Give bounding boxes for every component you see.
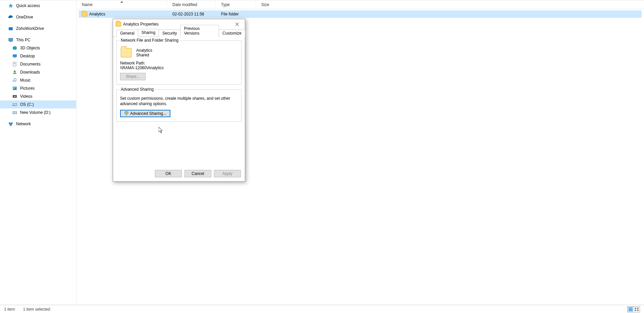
disk-icon [12, 110, 17, 115]
cloud-icon [8, 14, 13, 20]
svg-rect-18 [9, 122, 10, 124]
sidebar-item-desktop[interactable]: Desktop [0, 52, 76, 60]
column-size[interactable]: Size [256, 0, 283, 9]
status-count: 1 item [4, 307, 15, 312]
svg-rect-26 [635, 310, 636, 311]
sidebar-item-thispc[interactable]: This PC [0, 36, 76, 44]
folder-icon [116, 22, 121, 27]
ok-button[interactable]: OK [155, 170, 182, 177]
column-label: Date modified [172, 2, 197, 7]
tab-label: Security [162, 31, 177, 36]
sidebar-item-music[interactable]: Music [0, 76, 76, 84]
tab-body: Network File and Folder Sharing Analytic… [113, 37, 245, 167]
sidebar-item-3dobjects[interactable]: 3D Objects [0, 44, 76, 52]
column-date-modified[interactable]: Date modified [167, 0, 216, 9]
svg-rect-6 [14, 57, 15, 58]
column-headers: Name Date modified Type Size [76, 0, 644, 9]
group-legend: Network File and Folder Sharing [119, 38, 180, 43]
svg-rect-27 [637, 310, 639, 311]
downloads-icon [12, 70, 17, 75]
group-legend: Advanced Sharing [119, 87, 155, 92]
svg-rect-19 [11, 122, 13, 124]
svg-rect-16 [13, 105, 14, 105]
file-explorer: Quick access OneDrive ZohoWorkDrive This… [0, 0, 644, 313]
share-status: Shared [136, 53, 152, 57]
explorer-main: Quick access OneDrive ZohoWorkDrive This… [0, 0, 644, 305]
network-path-label: Network Path: [120, 61, 238, 65]
status-bar: 1 item 1 item selected [0, 305, 644, 313]
tab-label: Previous Versions [184, 26, 200, 36]
button-label: OK [165, 171, 171, 176]
quick-access-icon [8, 3, 13, 8]
file-row[interactable]: Analytics 02-02-2023 11:56 File folder [79, 10, 642, 18]
sidebar-item-label: Music [20, 78, 31, 83]
documents-icon [12, 61, 17, 67]
svg-rect-5 [13, 54, 17, 57]
share-button[interactable]: Share... [120, 73, 146, 80]
file-type: File folder [221, 12, 239, 16]
group-advanced-sharing: Advanced Sharing Set custom permissions,… [116, 89, 241, 122]
drive-icon [8, 26, 13, 31]
apply-button[interactable]: Apply [214, 170, 241, 177]
tab-security[interactable]: Security [159, 30, 180, 37]
dialog-title: Analytics Properties [123, 22, 159, 27]
tab-previous-versions[interactable]: Previous Versions [180, 25, 219, 37]
button-label: Cancel [192, 171, 204, 176]
sidebar-item-pictures[interactable]: Pictures [0, 84, 76, 92]
button-label: Advanced Sharing... [130, 111, 166, 116]
share-folder-name: Analytics [136, 48, 152, 53]
tab-label: Customize [222, 31, 241, 36]
3d-icon [12, 45, 17, 51]
column-label: Type [221, 2, 230, 7]
sidebar-item-downloads[interactable]: Downloads [0, 68, 76, 76]
dialog-button-row: OK Cancel Apply [113, 167, 245, 181]
status-selected: 1 item selected [23, 307, 50, 312]
dialog-title-bar[interactable]: Analytics Properties [113, 19, 245, 29]
sidebar-item-newvol[interactable]: New Volume (D:) [0, 108, 76, 117]
tab-customize[interactable]: Customize [219, 30, 245, 37]
sidebar-item-network[interactable]: Network [0, 120, 76, 128]
svg-rect-23 [629, 310, 633, 311]
column-type[interactable]: Type [216, 0, 256, 9]
sidebar-item-label: This PC [16, 38, 31, 42]
sidebar-item-label: Pictures [20, 86, 35, 91]
folder-icon [82, 12, 87, 16]
advanced-sharing-button[interactable]: Advanced Sharing... [120, 110, 170, 117]
svg-rect-8 [14, 63, 15, 63]
sidebar-item-documents[interactable]: Documents [0, 60, 76, 68]
column-name[interactable]: Name [76, 0, 167, 9]
desktop-icon [12, 53, 17, 59]
close-button[interactable] [229, 19, 245, 29]
music-icon [12, 78, 17, 83]
sidebar-item-osc[interactable]: OS (C:) [0, 100, 76, 108]
svg-rect-9 [14, 64, 15, 64]
svg-point-11 [14, 88, 15, 89]
tab-general[interactable]: General [116, 30, 138, 37]
column-label: Size [261, 2, 269, 7]
svg-rect-3 [10, 41, 12, 42]
sidebar-item-quick-access[interactable]: Quick access [0, 2, 76, 10]
view-large-button[interactable] [634, 307, 640, 312]
pictures-icon [12, 86, 17, 91]
folder-large-icon [121, 48, 131, 57]
sidebar-item-label: OS (C:) [20, 102, 34, 107]
cancel-button[interactable]: Cancel [184, 170, 211, 177]
view-details-button[interactable] [628, 307, 634, 312]
file-date: 02-02-2023 11:56 [172, 12, 204, 16]
sidebar-item-zoho[interactable]: ZohoWorkDrive [0, 25, 76, 33]
sidebar-item-label: ZohoWorkDrive [16, 26, 44, 31]
sidebar-item-label: New Volume (D:) [20, 110, 51, 115]
network-path-value: \\RAMA-12060\Analytics [120, 65, 238, 70]
sidebar-item-label: Network [16, 122, 31, 126]
videos-icon [12, 94, 17, 99]
close-icon [235, 22, 239, 26]
svg-rect-25 [637, 308, 639, 309]
network-icon [8, 121, 13, 127]
sidebar-item-videos[interactable]: Videos [0, 92, 76, 100]
svg-rect-21 [629, 308, 633, 308]
tab-sharing[interactable]: Sharing [138, 29, 159, 37]
sidebar-item-onedrive[interactable]: OneDrive [0, 13, 76, 21]
svg-rect-20 [10, 125, 12, 126]
svg-marker-4 [13, 46, 17, 50]
properties-dialog: Analytics Properties General Sharing Sec… [113, 19, 245, 182]
